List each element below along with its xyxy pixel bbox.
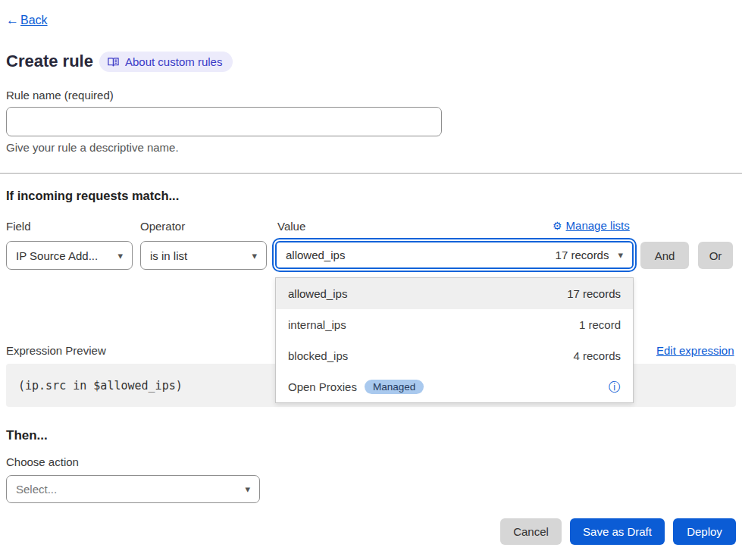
chevron-down-icon: ▾ xyxy=(618,249,623,261)
create-rule-page: ←Back Create rule About custom rules Rul… xyxy=(0,0,742,560)
manage-lists-link[interactable]: ⚙ Manage lists xyxy=(553,219,630,232)
field-select-value: IP Source Add... xyxy=(16,249,98,262)
list-item-meta: 17 records xyxy=(567,287,621,300)
list-dropdown: allowed_ips 17 records internal_ips 1 re… xyxy=(275,277,634,403)
about-custom-rules-label: About custom rules xyxy=(125,55,222,68)
match-section-heading: If incoming requests match... xyxy=(6,189,179,203)
list-item-name: allowed_ips xyxy=(288,287,347,300)
page-title: Create rule xyxy=(6,52,93,71)
value-select-meta: 17 records xyxy=(556,249,609,261)
choose-action-label: Choose action xyxy=(6,455,79,468)
back-link[interactable]: ←Back xyxy=(6,13,48,28)
about-custom-rules-link[interactable]: About custom rules xyxy=(99,52,233,72)
gear-icon: ⚙ xyxy=(553,220,562,232)
field-label: Field xyxy=(6,220,31,233)
back-arrow-icon: ← xyxy=(6,13,19,28)
info-icon[interactable]: ⓘ xyxy=(609,381,621,393)
field-select[interactable]: IP Source Add... ▾ xyxy=(6,241,133,270)
value-select-value: allowed_ips xyxy=(286,249,345,261)
rule-name-input[interactable] xyxy=(6,107,442,136)
operator-select-value: is in list xyxy=(150,249,187,262)
and-button[interactable]: And xyxy=(640,242,689,269)
expression-preview-label: Expression Preview xyxy=(6,344,106,357)
list-item-name: blocked_ips xyxy=(288,349,348,362)
list-item-allowed-ips[interactable]: allowed_ips 17 records xyxy=(276,278,633,309)
list-item-internal-ips[interactable]: internal_ips 1 record xyxy=(276,309,633,340)
chevron-down-icon: ▾ xyxy=(117,250,123,261)
deploy-button[interactable]: Deploy xyxy=(673,518,736,545)
operator-label: Operator xyxy=(140,220,185,233)
action-select[interactable]: Select... ▾ xyxy=(6,475,260,503)
list-item-open-proxies[interactable]: Open Proxies Managed ⓘ xyxy=(276,371,633,402)
or-button[interactable]: Or xyxy=(698,242,733,269)
save-as-draft-button[interactable]: Save as Draft xyxy=(570,518,665,545)
list-item-blocked-ips[interactable]: blocked_ips 4 records xyxy=(276,340,633,371)
edit-expression-link[interactable]: Edit expression xyxy=(656,344,734,357)
list-item-meta: 1 record xyxy=(579,318,621,331)
list-item-name: internal_ips xyxy=(288,318,346,331)
operator-select[interactable]: is in list ▾ xyxy=(140,241,267,270)
chevron-down-icon: ▾ xyxy=(252,250,257,261)
cancel-button[interactable]: Cancel xyxy=(500,518,562,545)
expression-code: (ip.src in $allowed_ips) xyxy=(18,379,183,393)
back-link-label: Back xyxy=(20,14,48,27)
value-label: Value xyxy=(277,220,305,233)
book-icon xyxy=(108,57,119,67)
chevron-down-icon: ▾ xyxy=(245,483,250,495)
manage-lists-label: Manage lists xyxy=(566,219,630,232)
managed-badge: Managed xyxy=(365,380,424,394)
then-section-heading: Then... xyxy=(6,428,48,443)
value-select-focused[interactable]: allowed_ips 17 records ▾ xyxy=(272,238,637,272)
rule-name-helper-text: Give your rule a descriptive name. xyxy=(6,141,179,154)
section-divider xyxy=(0,173,742,174)
list-item-name: Open Proxies xyxy=(288,380,357,393)
action-select-placeholder: Select... xyxy=(16,483,57,496)
list-item-meta: 4 records xyxy=(573,349,621,362)
rule-name-label: Rule name (required) xyxy=(6,89,114,102)
